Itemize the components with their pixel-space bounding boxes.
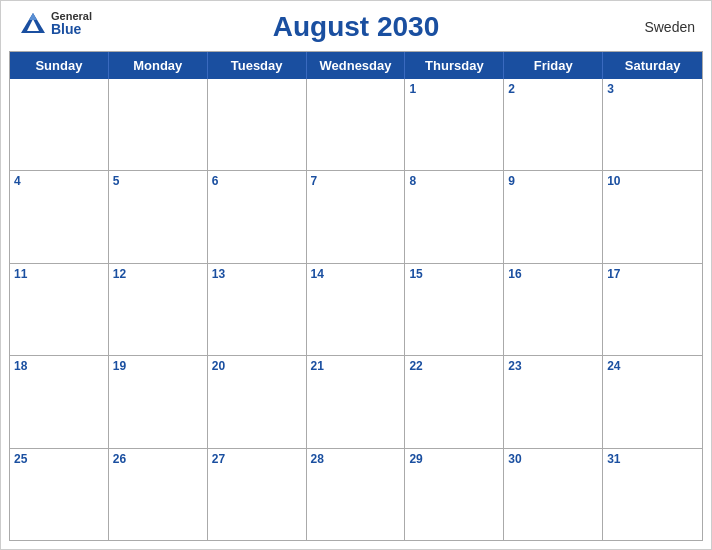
day-cell-4-4: 21 xyxy=(307,356,406,447)
day-cell-5-2: 26 xyxy=(109,449,208,540)
calendar: General Blue August 2030 Sweden Sunday M… xyxy=(0,0,712,550)
day-number-20: 20 xyxy=(212,359,225,373)
day-number-7: 7 xyxy=(311,174,318,188)
day-number-4: 4 xyxy=(14,174,21,188)
header-tuesday: Tuesday xyxy=(208,52,307,79)
day-cell-5-3: 27 xyxy=(208,449,307,540)
week-row-5: 25262728293031 xyxy=(10,449,702,540)
day-cell-3-3: 13 xyxy=(208,264,307,355)
svg-marker-2 xyxy=(29,13,37,20)
header-monday: Monday xyxy=(109,52,208,79)
day-cell-5-7: 31 xyxy=(603,449,702,540)
day-number-17: 17 xyxy=(607,267,620,281)
day-number-26: 26 xyxy=(113,452,126,466)
day-number-24: 24 xyxy=(607,359,620,373)
day-number-2: 2 xyxy=(508,82,515,96)
logo-icon xyxy=(17,9,49,37)
day-number-23: 23 xyxy=(508,359,521,373)
day-number-30: 30 xyxy=(508,452,521,466)
day-number-21: 21 xyxy=(311,359,324,373)
day-number-25: 25 xyxy=(14,452,27,466)
day-number-28: 28 xyxy=(311,452,324,466)
day-cell-4-7: 24 xyxy=(603,356,702,447)
day-cell-3-2: 12 xyxy=(109,264,208,355)
day-cell-1-2 xyxy=(109,79,208,170)
calendar-title: August 2030 xyxy=(273,11,440,43)
country-label: Sweden xyxy=(644,19,695,35)
day-cell-3-1: 11 xyxy=(10,264,109,355)
day-number-9: 9 xyxy=(508,174,515,188)
day-number-22: 22 xyxy=(409,359,422,373)
day-number-15: 15 xyxy=(409,267,422,281)
day-cell-1-1 xyxy=(10,79,109,170)
day-number-1: 1 xyxy=(409,82,416,96)
day-cell-2-3: 6 xyxy=(208,171,307,262)
day-number-6: 6 xyxy=(212,174,219,188)
day-cell-3-4: 14 xyxy=(307,264,406,355)
day-number-29: 29 xyxy=(409,452,422,466)
day-number-19: 19 xyxy=(113,359,126,373)
day-cell-2-6: 9 xyxy=(504,171,603,262)
logo-general-text: General xyxy=(51,11,92,22)
day-cell-5-4: 28 xyxy=(307,449,406,540)
day-number-18: 18 xyxy=(14,359,27,373)
day-cell-4-2: 19 xyxy=(109,356,208,447)
day-number-11: 11 xyxy=(14,267,27,281)
week-row-4: 18192021222324 xyxy=(10,356,702,448)
day-number-3: 3 xyxy=(607,82,614,96)
day-cell-4-6: 23 xyxy=(504,356,603,447)
calendar-table: Sunday Monday Tuesday Wednesday Thursday… xyxy=(9,51,703,541)
day-cell-1-7: 3 xyxy=(603,79,702,170)
day-cell-3-5: 15 xyxy=(405,264,504,355)
day-number-8: 8 xyxy=(409,174,416,188)
day-number-13: 13 xyxy=(212,267,225,281)
header-sunday: Sunday xyxy=(10,52,109,79)
day-number-12: 12 xyxy=(113,267,126,281)
header-thursday: Thursday xyxy=(405,52,504,79)
day-cell-2-7: 10 xyxy=(603,171,702,262)
day-cell-2-4: 7 xyxy=(307,171,406,262)
day-headers-row: Sunday Monday Tuesday Wednesday Thursday… xyxy=(10,52,702,79)
day-cell-1-6: 2 xyxy=(504,79,603,170)
day-number-16: 16 xyxy=(508,267,521,281)
header-friday: Friday xyxy=(504,52,603,79)
logo-area: General Blue xyxy=(17,9,92,37)
day-number-31: 31 xyxy=(607,452,620,466)
day-cell-5-5: 29 xyxy=(405,449,504,540)
day-cell-1-4 xyxy=(307,79,406,170)
day-cell-5-1: 25 xyxy=(10,449,109,540)
day-cell-4-3: 20 xyxy=(208,356,307,447)
day-cell-4-5: 22 xyxy=(405,356,504,447)
calendar-body: 1234567891011121314151617181920212223242… xyxy=(10,79,702,540)
day-cell-2-2: 5 xyxy=(109,171,208,262)
day-cell-3-6: 16 xyxy=(504,264,603,355)
header-wednesday: Wednesday xyxy=(307,52,406,79)
logo-blue-text: Blue xyxy=(51,22,92,36)
day-cell-5-6: 30 xyxy=(504,449,603,540)
day-number-10: 10 xyxy=(607,174,620,188)
day-cell-1-5: 1 xyxy=(405,79,504,170)
day-cell-1-3 xyxy=(208,79,307,170)
day-number-5: 5 xyxy=(113,174,120,188)
week-row-1: 123 xyxy=(10,79,702,171)
day-cell-2-1: 4 xyxy=(10,171,109,262)
day-cell-2-5: 8 xyxy=(405,171,504,262)
day-cell-3-7: 17 xyxy=(603,264,702,355)
week-row-2: 45678910 xyxy=(10,171,702,263)
day-number-14: 14 xyxy=(311,267,324,281)
day-cell-4-1: 18 xyxy=(10,356,109,447)
day-number-27: 27 xyxy=(212,452,225,466)
calendar-header: General Blue August 2030 Sweden xyxy=(1,1,711,47)
header-saturday: Saturday xyxy=(603,52,702,79)
week-row-3: 11121314151617 xyxy=(10,264,702,356)
